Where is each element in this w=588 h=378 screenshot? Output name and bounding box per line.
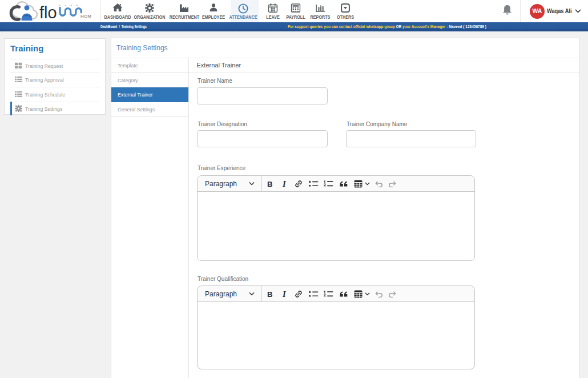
- svg-text:flo: flo: [39, 3, 57, 22]
- svg-text:HCM: HCM: [80, 14, 91, 19]
